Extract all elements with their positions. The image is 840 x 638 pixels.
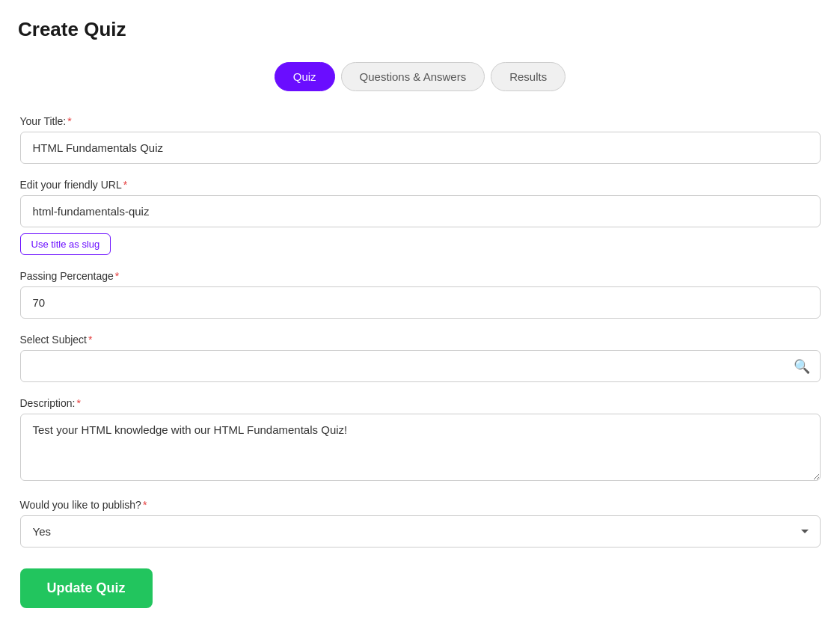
- description-group: Description:* Test your HTML knowledge w…: [20, 397, 821, 484]
- description-required: *: [76, 397, 80, 409]
- subject-label: Select Subject*: [20, 334, 821, 346]
- passing-percentage-input[interactable]: [20, 286, 821, 319]
- subject-search-wrapper: 🔍: [20, 350, 821, 382]
- url-input[interactable]: [20, 195, 821, 227]
- tab-bar: Quiz Questions & Answers Results: [18, 62, 822, 91]
- create-quiz-form: Your Title:* Edit your friendly URL* Use…: [20, 115, 821, 608]
- publish-select[interactable]: Yes No: [20, 515, 821, 547]
- publish-label: Would you like to publish?*: [20, 499, 821, 511]
- tab-quiz[interactable]: Quiz: [275, 62, 335, 91]
- tab-questions-answers[interactable]: Questions & Answers: [341, 62, 485, 91]
- publish-required: *: [143, 499, 147, 511]
- passing-required: *: [115, 270, 119, 282]
- url-required: *: [123, 179, 127, 191]
- subject-search-input[interactable]: [20, 350, 821, 382]
- url-label: Edit your friendly URL*: [20, 179, 821, 191]
- url-group: Edit your friendly URL* Use title as slu…: [20, 179, 821, 255]
- title-group: Your Title:*: [20, 115, 821, 164]
- description-label: Description:*: [20, 397, 821, 409]
- tab-results[interactable]: Results: [491, 62, 565, 91]
- passing-percentage-label: Passing Percentage*: [20, 270, 821, 282]
- title-required: *: [67, 115, 71, 127]
- description-textarea[interactable]: Test your HTML knowledge with our HTML F…: [20, 414, 821, 481]
- passing-percentage-group: Passing Percentage*: [20, 270, 821, 319]
- subject-required: *: [88, 334, 92, 346]
- title-input[interactable]: [20, 132, 821, 164]
- use-title-as-slug-button[interactable]: Use title as slug: [20, 233, 111, 255]
- page-title: Create Quiz: [18, 18, 822, 41]
- publish-group: Would you like to publish?* Yes No: [20, 499, 821, 547]
- subject-group: Select Subject* 🔍: [20, 334, 821, 382]
- update-quiz-button[interactable]: Update Quiz: [20, 568, 153, 608]
- title-label: Your Title:*: [20, 115, 821, 127]
